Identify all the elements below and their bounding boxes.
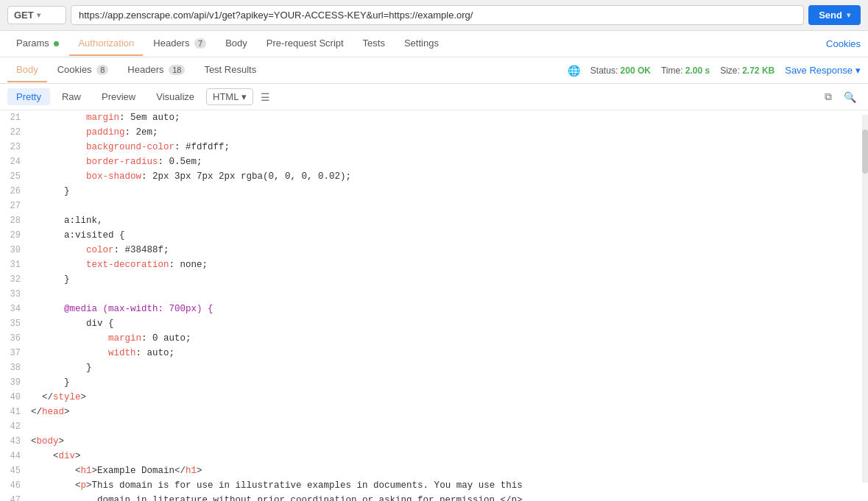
line-number: 25 [0, 169, 28, 184]
cookies-link[interactable]: Cookies [826, 38, 861, 49]
method-text: GET [14, 10, 34, 21]
code-line: 25 box-shadow: 2px 3px 7px 2px rgba(0, 0… [0, 169, 868, 184]
line-number: 26 [0, 184, 28, 199]
tab-headers-label: Headers [153, 38, 189, 49]
tab-body[interactable]: Body [216, 32, 256, 56]
code-line: 33 [0, 287, 868, 302]
line-content: } [28, 272, 70, 287]
code-line: 35 div { [0, 316, 868, 331]
line-content: padding: 2em; [28, 125, 158, 140]
line-content: <body> [28, 434, 64, 449]
line-number: 32 [0, 272, 28, 287]
code-line: 30 color: #38488f; [0, 243, 868, 257]
code-line: 34 @media (max-width: 700px) { [0, 302, 868, 316]
scrollbar-track[interactable] [862, 115, 868, 483]
save-response-button[interactable]: Save Response ▾ [785, 65, 861, 76]
line-content: } [28, 360, 92, 375]
code-line: 27 [0, 199, 868, 213]
code-line: 37 width: auto; [0, 346, 868, 360]
code-line: 29 a:visited { [0, 228, 868, 243]
res-tab-testresults[interactable]: Test Results [195, 58, 265, 82]
line-number: 46 [0, 478, 28, 493]
tab-prerequest-label: Pre-request Script [267, 38, 344, 49]
method-selector[interactable]: GET ▾ [7, 6, 66, 24]
line-number: 41 [0, 405, 28, 419]
line-content: domain in literature without prior coord… [28, 493, 523, 501]
code-line: 36 margin: 0 auto; [0, 331, 868, 346]
res-headers-badge: 18 [169, 65, 185, 75]
time-label: Time: 2.00 s [661, 65, 710, 76]
tab-prerequest[interactable]: Pre-request Script [258, 32, 353, 56]
search-button[interactable]: 🔍 [839, 88, 861, 106]
line-content: box-shadow: 2px 3px 7px 2px rgba(0, 0, 0… [28, 169, 351, 184]
line-content: <div> [28, 449, 81, 463]
method-chevron-icon: ▾ [37, 11, 40, 19]
params-dot [54, 41, 59, 46]
line-content: a:visited { [28, 228, 125, 243]
tab-authorization-label: Authorization [78, 38, 134, 49]
code-line: 23 background-color: #fdfdff; [0, 140, 868, 154]
line-number: 45 [0, 463, 28, 478]
line-content: text-decoration: none; [28, 257, 208, 272]
line-content: margin: 5em auto; [28, 110, 180, 125]
line-number: 44 [0, 449, 28, 463]
tab-authorization[interactable]: Authorization [69, 32, 143, 56]
code-line: 32 } [0, 272, 868, 287]
line-number: 27 [0, 199, 28, 213]
res-tab-cookies-label: Cookies [57, 64, 92, 75]
line-number: 23 [0, 140, 28, 154]
line-content: </style> [28, 390, 86, 405]
send-chevron-icon: ▾ [847, 11, 850, 19]
language-label: HTML [213, 91, 239, 102]
code-line: 24 border-radius: 0.5em; [0, 154, 868, 169]
copy-icon: ⧉ [825, 90, 832, 102]
toolbar-right: ⧉ 🔍 [820, 88, 861, 106]
line-content: } [28, 375, 70, 390]
scrollbar-thumb[interactable] [862, 129, 868, 174]
tab-params-label: Params [16, 38, 49, 49]
code-line: 44 <div> [0, 449, 868, 463]
line-number: 33 [0, 287, 28, 302]
save-response-chevron-icon: ▾ [855, 65, 861, 76]
view-pretty-button[interactable]: Pretty [7, 88, 50, 105]
line-number: 31 [0, 257, 28, 272]
line-content: margin: 0 auto; [28, 331, 191, 346]
language-selector[interactable]: HTML ▾ [206, 88, 253, 105]
res-tab-cookies[interactable]: Cookies 8 [49, 58, 118, 82]
line-number: 34 [0, 302, 28, 316]
line-number: 30 [0, 243, 28, 257]
res-tab-headers[interactable]: Headers 18 [119, 58, 194, 82]
view-visualize-button[interactable]: Visualize [147, 88, 203, 105]
view-preview-button[interactable]: Preview [93, 88, 144, 105]
line-number: 40 [0, 390, 28, 405]
code-line: 39 } [0, 375, 868, 390]
line-content: background-color: #fdfdff; [28, 140, 230, 154]
line-number: 39 [0, 375, 28, 390]
tab-tests[interactable]: Tests [354, 32, 394, 56]
tab-tests-label: Tests [363, 38, 385, 49]
tab-settings-label: Settings [404, 38, 439, 49]
line-number: 35 [0, 316, 28, 331]
request-tabs: Params Authorization Headers 7 Body Pre-… [0, 31, 868, 57]
code-line: 47 domain in literature without prior co… [0, 493, 868, 501]
res-tab-body[interactable]: Body [7, 58, 47, 82]
line-content: } [28, 184, 70, 199]
status-value: 200 OK [621, 65, 651, 76]
copy-button[interactable]: ⧉ [820, 88, 836, 106]
code-area: 21 margin: 5em auto;22 padding: 2em;23 b… [0, 110, 868, 501]
line-number: 37 [0, 346, 28, 360]
tab-headers[interactable]: Headers 7 [144, 32, 215, 56]
line-content: <h1>Example Domain</h1> [28, 463, 202, 478]
line-content: div { [28, 316, 114, 331]
tab-params[interactable]: Params [7, 32, 68, 56]
line-content: a:link, [28, 213, 103, 228]
line-content: width: auto; [28, 346, 174, 360]
code-line: 40 </style> [0, 390, 868, 405]
send-button[interactable]: Send ▾ [808, 5, 861, 25]
url-input[interactable] [71, 5, 804, 25]
view-raw-button[interactable]: Raw [53, 88, 90, 105]
tab-settings[interactable]: Settings [395, 32, 448, 56]
line-content: </head> [28, 405, 70, 419]
code-line: 21 margin: 5em auto; [0, 110, 868, 125]
format-icon-button[interactable]: ☰ [256, 88, 275, 106]
